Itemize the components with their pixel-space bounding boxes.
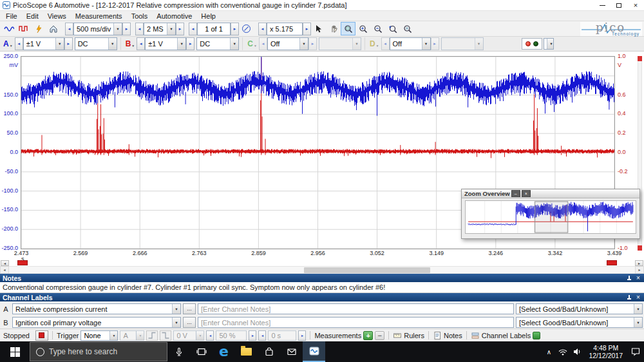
- window-titlebar[interactable]: PicoScope 6 Automotive - [12-12-2017 Rel…: [0, 0, 644, 11]
- channel-d-range-increase-button[interactable]: ►: [431, 37, 439, 50]
- add-measurement-button[interactable]: +: [363, 331, 373, 340]
- start-button[interactable]: [0, 341, 30, 362]
- channel-a-label-select[interactable]: Relative compression current▼: [12, 303, 181, 314]
- channel-c-range-decrease-button[interactable]: ◄: [259, 37, 267, 50]
- device-status-select[interactable]: ▼: [544, 38, 554, 50]
- channel-b-range-increase-button[interactable]: ►: [186, 37, 194, 50]
- taskbar-file-explorer[interactable]: [235, 341, 258, 362]
- menu-tools[interactable]: Tools: [127, 12, 153, 20]
- channel-b-label-select[interactable]: Ignition coil primary voltage▼: [12, 317, 181, 328]
- samples-increase-button[interactable]: ►: [176, 23, 184, 35]
- rising-edge-button[interactable]: [146, 330, 158, 341]
- channel-d-range-select[interactable]: Off▼: [390, 37, 431, 50]
- notes-content[interactable]: Conventional compression gauge in cylind…: [0, 282, 644, 293]
- trigger-mode-select[interactable]: None▼: [80, 330, 118, 341]
- zoom-in-tool-button[interactable]: [355, 22, 370, 35]
- normal-selection-tool-button[interactable]: [311, 22, 326, 35]
- channel-b-range-decrease-button[interactable]: ◄: [137, 37, 145, 50]
- channel-b-notes-input[interactable]: [Enter Channel Notes]: [198, 317, 514, 328]
- taskbar-picoscope[interactable]: [303, 341, 325, 362]
- channel-b-axis-marker-top[interactable]: [638, 56, 642, 61]
- taskbar-clock[interactable]: 4:48 PM 12/12/2017: [584, 344, 627, 359]
- channel-a-menu-caret[interactable]: ▼: [10, 44, 13, 48]
- samples-select[interactable]: 2 MS▼: [144, 23, 176, 35]
- home-button[interactable]: [46, 22, 61, 35]
- close-button[interactable]: ×: [627, 0, 644, 10]
- channel-b-range-select[interactable]: ±1 V▼: [145, 37, 186, 50]
- delay-input[interactable]: 0 s: [268, 330, 296, 341]
- channel-a-notes-input[interactable]: [Enter Channel Notes]: [198, 303, 514, 314]
- auto-setup-button[interactable]: [31, 22, 46, 35]
- channel-c-range-select[interactable]: Off▼: [267, 37, 308, 50]
- samples-decrease-button[interactable]: ◄: [135, 23, 144, 35]
- channel-b-label-edit-button[interactable]: ...: [183, 317, 196, 328]
- menu-views[interactable]: Views: [43, 12, 71, 20]
- channel-d-range-decrease-button[interactable]: ◄: [381, 37, 390, 50]
- scope-mode-button[interactable]: [1, 22, 16, 35]
- horizontal-scrollbar[interactable]: ◄ ►: [0, 266, 644, 274]
- channel-a-label-edit-button[interactable]: ...: [183, 303, 196, 314]
- channel-a-range-decrease-button[interactable]: ◄: [15, 37, 23, 50]
- close-icon[interactable]: ×: [635, 275, 641, 281]
- minimize-button[interactable]: [594, 0, 611, 10]
- scroll-right-button[interactable]: ►: [635, 266, 644, 274]
- menu-edit[interactable]: Edit: [22, 12, 43, 20]
- zoom-full-button[interactable]: [400, 22, 415, 35]
- close-icon[interactable]: ×: [635, 294, 641, 301]
- pretrigger-decrease-button[interactable]: ◄: [206, 330, 214, 341]
- spectrum-mode-button[interactable]: [16, 22, 31, 35]
- buffer-navigator-button[interactable]: [239, 22, 254, 35]
- minimize-icon[interactable]: –: [511, 190, 520, 197]
- pretrigger-increase-button[interactable]: ►: [249, 330, 256, 341]
- restore-button[interactable]: [611, 0, 627, 10]
- page-previous-button[interactable]: ◄: [189, 23, 197, 35]
- network-icon[interactable]: [556, 341, 570, 362]
- trigger-level-input[interactable]: 0 V▼: [173, 330, 204, 341]
- hidden-icons-button[interactable]: ∧: [542, 341, 556, 362]
- taskbar-mail[interactable]: [280, 341, 303, 362]
- microphone-button[interactable]: [167, 341, 190, 362]
- menu-file[interactable]: File: [1, 12, 22, 20]
- notes-toggle[interactable]: Notes: [444, 332, 462, 339]
- channel-a-range-select[interactable]: ±1 V▼: [23, 37, 64, 50]
- delay-decrease-button[interactable]: ◄: [258, 330, 266, 341]
- scrollbar-thumb[interactable]: [304, 267, 430, 273]
- taskbar-search[interactable]: Type here to search: [30, 342, 167, 361]
- pan-right-button[interactable]: ►: [635, 260, 643, 266]
- timebase-decrease-button[interactable]: ◄: [65, 23, 73, 35]
- taskbar-store[interactable]: [258, 341, 280, 362]
- falling-edge-button[interactable]: [160, 330, 171, 341]
- zoom-selection-rect[interactable]: [535, 202, 568, 233]
- channel-a-range-increase-button[interactable]: ►: [64, 37, 73, 50]
- hand-tool-button[interactable]: [326, 22, 341, 35]
- channel-b-axis-marker-bottom[interactable]: [638, 245, 642, 251]
- delete-measurement-button[interactable]: −: [375, 331, 384, 340]
- channel-b-menu-caret[interactable]: ▼: [131, 44, 135, 48]
- channel-a-rating-select[interactable]: [Select Good/Bad/Unknown]▼: [516, 303, 643, 314]
- channel-d-coupling-select[interactable]: ▼: [441, 37, 484, 50]
- scrollbar-track[interactable]: [9, 266, 635, 274]
- channel-b-coupling-select[interactable]: DC▼: [196, 37, 239, 50]
- menu-help[interactable]: Help: [196, 12, 220, 20]
- stop-button[interactable]: [35, 330, 48, 341]
- pin-icon[interactable]: [626, 294, 632, 301]
- zoom-increase-button[interactable]: ►: [303, 23, 311, 35]
- rulers-toggle[interactable]: Rulers: [404, 332, 424, 339]
- delay-increase-button[interactable]: ►: [298, 330, 306, 341]
- close-icon[interactable]: ×: [522, 190, 531, 197]
- zoom-factor-select[interactable]: x 5.175: [267, 23, 303, 35]
- marquee-zoom-tool-button[interactable]: [341, 22, 355, 35]
- channel-b-rating-select[interactable]: [Select Good/Bad/Unknown]▼: [516, 317, 643, 328]
- menu-measurements[interactable]: Measurements: [71, 12, 127, 20]
- scroll-left-button[interactable]: ◄: [0, 266, 9, 274]
- channel-d-menu-caret[interactable]: ▼: [376, 44, 379, 48]
- pan-left-button[interactable]: ◄: [1, 260, 9, 266]
- taskbar-edge[interactable]: e: [213, 341, 235, 362]
- volume-icon[interactable]: [570, 341, 584, 362]
- zoom-overview-titlebar[interactable]: Zoom Overview – ×: [462, 189, 639, 198]
- action-center-button[interactable]: [627, 341, 644, 362]
- channel-c-coupling-select[interactable]: ▼: [319, 37, 361, 50]
- pretrigger-input[interactable]: 50 %: [216, 330, 247, 341]
- timebase-increase-button[interactable]: ►: [122, 23, 131, 35]
- timebase-select[interactable]: 500 ms/div▼: [73, 23, 122, 35]
